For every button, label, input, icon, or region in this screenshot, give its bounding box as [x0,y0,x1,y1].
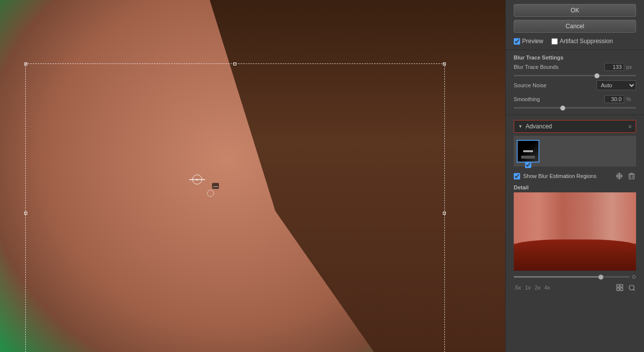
smoothing-unit: % [626,96,636,102]
blur-estimation-checkbox[interactable] [514,173,520,179]
add-blur-icon [615,172,623,180]
smoothing-label: Smoothing [514,96,602,102]
blur-trace-bounds-track [514,75,636,76]
zoom-1x[interactable]: 1x [525,285,531,291]
checkboxes-row: Preview Artifact Suppression [506,35,644,48]
zoom-2x[interactable]: 2x [535,285,540,291]
source-noise-select[interactable]: Auto Low Medium High [596,80,636,90]
add-blur-region-button[interactable] [614,172,624,180]
thumb-check-input-1[interactable] [525,162,532,168]
svg-rect-12 [620,288,623,291]
blur-kernel-icon [522,148,534,155]
svg-rect-11 [617,288,619,291]
blur-trace-section-label: Blur Trace Settings [506,52,644,63]
detail-slider-row: ⊙ [514,273,636,282]
canvas-image: W: 2000 H: 2000 ↺ — [0,0,505,352]
blur-trace-bounds-unit: px [626,64,636,70]
zoom-fit-button[interactable] [615,283,624,292]
fit-window-icon [616,284,623,291]
source-noise-row: Source Noise Auto Low Medium High [514,80,636,90]
smoothing-value[interactable] [604,95,624,103]
artifact-label: Artifact Suppression [560,38,613,45]
advanced-options-icon[interactable]: ≡ [629,123,632,129]
portrait-image [0,0,505,352]
divider-1 [506,50,644,50]
svg-rect-10 [620,285,623,287]
zoom-4x[interactable]: 4x [544,285,550,291]
detail-slider-filled [514,276,601,278]
minus-cursor-icon: — [212,183,219,189]
delete-blur-region-button[interactable] [627,172,636,180]
cancel-button[interactable]: Cancel [514,20,636,33]
preview-checkbox[interactable] [514,38,520,45]
zoom-row: .5x 1x 2x 4x [514,282,636,293]
preview-checkbox-item: Preview [514,38,543,45]
svg-line-14 [634,290,635,291]
blur-estimation-label: Show Blur Estimation Regions [523,173,611,179]
advanced-header[interactable]: ▼ Advanced ≡ [514,120,636,133]
advanced-label: Advanced [526,123,626,130]
right-panel: OK Cancel Preview Artifact Suppression B… [505,0,644,352]
zoom-levels: .5x 1x 2x 4x [514,285,550,291]
ok-button[interactable]: OK [514,4,636,17]
actual-size-icon [628,284,635,291]
detail-preview-image [514,192,636,271]
panel-top-buttons: OK Cancel [506,0,644,35]
blur-trace-settings: Blur Trace Bounds 133 px Source Noise Au… [506,63,644,113]
detail-slider-thumb[interactable] [598,275,603,280]
detail-section-label: Detail [514,184,636,190]
artifact-checkbox-item: Artifact Suppression [551,38,613,45]
detail-zoom-reset-icon[interactable]: ⊙ [632,274,636,280]
svg-rect-4 [629,175,634,179]
smoothing-slider[interactable] [514,107,636,113]
divider-2 [506,115,644,115]
thumbnail-row [514,136,636,167]
blur-trace-bounds-label: Blur Trace Bounds [514,64,602,70]
blur-trace-bounds-value[interactable]: 133 [604,63,624,71]
artifact-suppression-checkbox[interactable] [551,38,558,45]
smoothing-thumb[interactable] [560,106,565,111]
thumb-image-1 [517,140,539,163]
smoothing-row: Smoothing % [514,95,636,103]
canvas-area: W: 2000 H: 2000 ↺ — [0,0,505,352]
source-noise-label: Source Noise [514,82,596,88]
smoothing-track [514,107,636,109]
blur-trace-bounds-thumb[interactable] [594,73,599,78]
trash-icon [628,173,635,179]
advanced-arrow-icon: ▼ [518,124,523,129]
blur-estimation-row: Show Blur Estimation Regions [514,170,636,182]
blur-trace-bounds-row: Blur Trace Bounds 133 px [514,63,636,71]
svg-rect-0 [523,150,533,152]
detail-slider-track[interactable] [514,276,630,278]
zoom-05x[interactable]: .5x [514,285,521,291]
zoom-actual-button[interactable] [627,283,636,292]
blur-trace-bounds-slider[interactable] [514,75,636,80]
svg-rect-9 [617,285,619,287]
zoom-icons [615,283,636,292]
blur-thumb-1[interactable] [517,140,539,163]
thumb-checkbox-1 [525,162,532,170]
preview-label: Preview [522,38,543,45]
advanced-section: ▼ Advanced ≡ [514,120,636,293]
thumb-image-inner-1 [518,141,538,162]
